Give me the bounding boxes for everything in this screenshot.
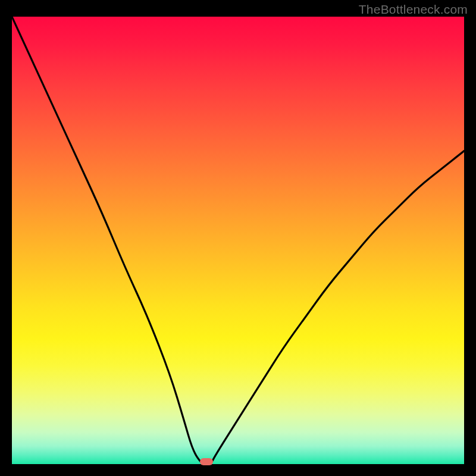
plot-area [12,17,464,464]
curve-svg [12,17,464,464]
optimal-point-marker [200,458,213,465]
chart-container: TheBottleneck.com [0,0,476,476]
bottleneck-curve [12,17,464,464]
watermark-text: TheBottleneck.com [359,2,468,17]
